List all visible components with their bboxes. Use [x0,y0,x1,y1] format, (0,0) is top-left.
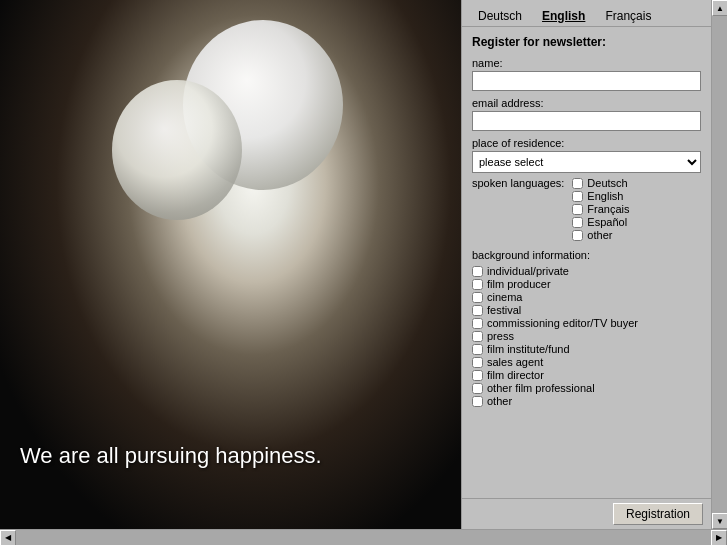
bg-film-producer[interactable]: film producer [472,278,701,290]
bg-film-institute[interactable]: film institute/fund [472,343,701,355]
bg-commissioning-checkbox[interactable] [472,318,483,329]
bg-cinema[interactable]: cinema [472,291,701,303]
spoken-deutsch[interactable]: Deutsch [572,177,629,189]
registration-bar: Registration [462,498,711,529]
bg-press-checkbox[interactable] [472,331,483,342]
spoken-english[interactable]: English [572,190,629,202]
language-tabs: Deutsch English Français [462,0,711,27]
vertical-scrollbar[interactable]: ▲ ▼ [711,0,727,529]
image-area: We are all pursuing happiness. [0,0,461,529]
bg-individual-checkbox[interactable] [472,266,483,277]
spoken-other-checkbox[interactable] [572,230,583,241]
bg-film-director-checkbox[interactable] [472,370,483,381]
bg-press[interactable]: press [472,330,701,342]
bg-sales-agent[interactable]: sales agent [472,356,701,368]
spoken-francais-checkbox[interactable] [572,204,583,215]
residence-label: place of residence: [472,137,701,149]
scroll-track-h[interactable] [16,530,711,545]
form-panel: Deutsch English Français Register for ne… [461,0,711,529]
spoken-other[interactable]: other [572,229,629,241]
scroll-track[interactable] [712,16,727,513]
spoken-label: spoken languages: [472,177,564,241]
bg-sales-agent-checkbox[interactable] [472,357,483,368]
bg-film-producer-checkbox[interactable] [472,279,483,290]
bg-other-film-professional-checkbox[interactable] [472,383,483,394]
right-panel: Deutsch English Français Register for ne… [461,0,727,529]
bg-film-institute-checkbox[interactable] [472,344,483,355]
lang-tab-english[interactable]: English [534,6,593,26]
bg-other[interactable]: other [472,395,701,407]
bg-other-film-professional[interactable]: other film professional [472,382,701,394]
bg-film-director[interactable]: film director [472,369,701,381]
spoken-languages-row: spoken languages: Deutsch English Fra [472,177,701,241]
form-content: Register for newsletter: name: email add… [462,27,711,498]
name-label: name: [472,57,701,69]
email-label: email address: [472,97,701,109]
bg-festival-checkbox[interactable] [472,305,483,316]
form-title: Register for newsletter: [472,35,701,49]
spoken-checkboxes: Deutsch English Français Español [572,177,629,241]
scroll-down-button[interactable]: ▼ [712,513,727,529]
scroll-right-button[interactable]: ▶ [711,530,727,546]
scroll-left-button[interactable]: ◀ [0,530,16,546]
background-checkboxes: individual/private film producer cinema … [472,265,701,407]
bg-individual[interactable]: individual/private [472,265,701,277]
lang-tab-deutsch[interactable]: Deutsch [470,6,530,26]
spoken-francais[interactable]: Français [572,203,629,215]
registration-button[interactable]: Registration [613,503,703,525]
bg-festival[interactable]: festival [472,304,701,316]
bg-other-checkbox[interactable] [472,396,483,407]
spoken-english-checkbox[interactable] [572,191,583,202]
bg-cinema-checkbox[interactable] [472,292,483,303]
spoken-espanol-checkbox[interactable] [572,217,583,228]
tagline-text: We are all pursuing happiness. [20,443,322,469]
balloon-small [112,80,242,220]
scroll-up-button[interactable]: ▲ [712,0,727,16]
email-input[interactable] [472,111,701,131]
spoken-deutsch-checkbox[interactable] [572,178,583,189]
horizontal-scrollbar[interactable]: ◀ ▶ [0,529,727,545]
residence-select[interactable]: please select [472,151,701,173]
bg-commissioning[interactable]: commissioning editor/TV buyer [472,317,701,329]
name-input[interactable] [472,71,701,91]
spoken-espanol[interactable]: Español [572,216,629,228]
background-label: background information: [472,249,701,261]
lang-tab-francais[interactable]: Français [597,6,659,26]
